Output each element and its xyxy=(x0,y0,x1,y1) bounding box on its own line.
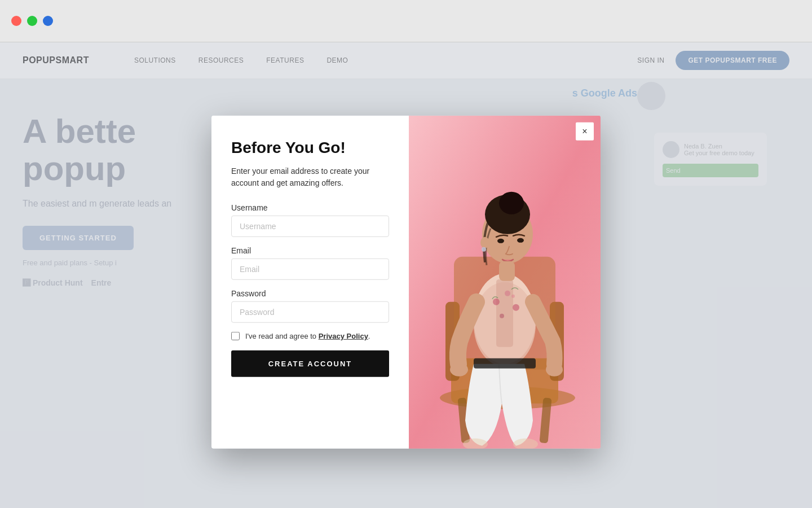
svg-point-21 xyxy=(546,362,563,376)
privacy-policy-link[interactable]: Privacy Policy xyxy=(319,332,368,340)
svg-point-29 xyxy=(511,294,515,297)
modal-image-panel xyxy=(409,115,601,448)
privacy-checkbox[interactable] xyxy=(231,332,240,340)
password-label: Password xyxy=(231,289,389,298)
modal-image-background xyxy=(409,115,601,448)
modal-form-panel: Before You Go! Enter your email address … xyxy=(211,115,409,448)
browser-chrome xyxy=(0,0,812,42)
username-label: Username xyxy=(231,203,389,212)
create-account-button[interactable]: CREATE ACCOUNT xyxy=(231,351,389,377)
username-input[interactable] xyxy=(231,216,389,237)
email-label: Email xyxy=(231,246,389,255)
minimize-traffic-light[interactable] xyxy=(27,16,37,26)
username-field-group: Username xyxy=(231,203,389,237)
modal-dialog: × Before You Go! Enter your email addres… xyxy=(211,115,601,448)
svg-rect-22 xyxy=(474,358,536,368)
svg-rect-19 xyxy=(499,261,515,281)
privacy-checkbox-row: I've read and agree to Privacy Policy. xyxy=(231,332,389,340)
svg-point-26 xyxy=(505,290,510,296)
website-background: POPUPSMART SOLUTIONS RESOURCES FEATURES … xyxy=(0,42,812,508)
traffic-lights xyxy=(11,16,53,26)
svg-point-17 xyxy=(480,237,489,248)
modal-title: Before You Go! xyxy=(231,138,389,157)
close-traffic-light[interactable] xyxy=(11,16,21,26)
svg-point-16 xyxy=(517,238,524,242)
svg-point-15 xyxy=(497,238,504,243)
model-illustration xyxy=(409,115,601,448)
password-input[interactable] xyxy=(231,301,389,323)
svg-point-27 xyxy=(513,304,519,310)
modal-subtitle: Enter your email address to create your … xyxy=(231,165,389,189)
svg-point-25 xyxy=(493,298,500,305)
svg-point-20 xyxy=(450,362,468,376)
svg-rect-11 xyxy=(496,279,513,347)
maximize-traffic-light[interactable] xyxy=(43,16,53,26)
email-field-group: Email xyxy=(231,246,389,280)
privacy-label: I've read and agree to Privacy Policy. xyxy=(245,332,370,340)
password-field-group: Password xyxy=(231,289,389,323)
modal-close-button[interactable]: × xyxy=(576,122,594,140)
svg-point-28 xyxy=(500,313,504,318)
svg-point-18 xyxy=(482,247,486,251)
email-input[interactable] xyxy=(231,259,389,280)
svg-point-14 xyxy=(499,191,524,214)
